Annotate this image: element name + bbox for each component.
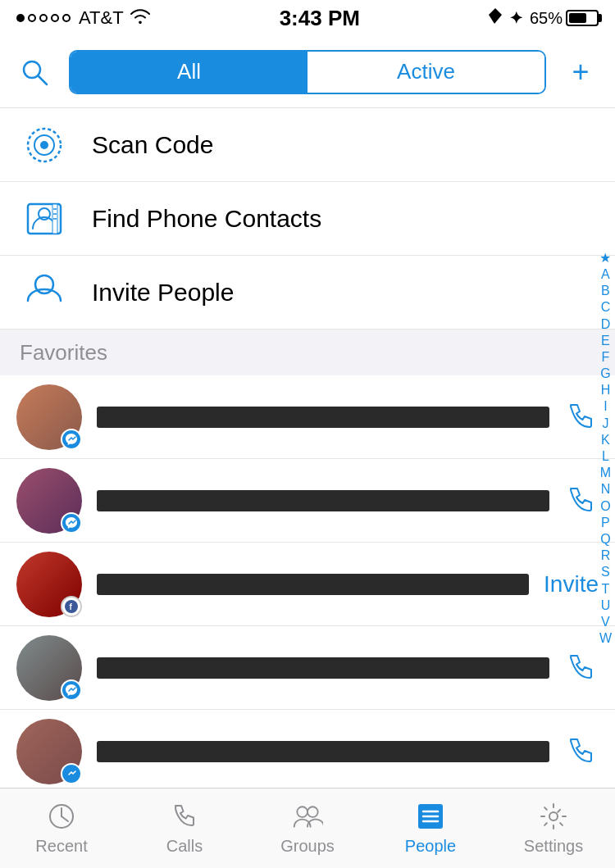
alpha-letter[interactable]: S [601, 564, 610, 579]
find-contacts-label: Find Phone Contacts [92, 205, 321, 233]
location-icon [488, 7, 503, 30]
dot-5 [62, 14, 71, 22]
alphabet-index[interactable]: ★ABCDEFGHIJKLMNOPQRSTUVW [599, 108, 612, 788]
search-button[interactable] [16, 54, 52, 90]
battery-icon [566, 10, 599, 26]
tab-item-calls[interactable]: Calls [123, 801, 246, 856]
groups-icon [292, 801, 323, 832]
calls-icon [169, 801, 200, 832]
alpha-letter[interactable]: M [600, 465, 611, 480]
messenger-badge [61, 429, 82, 450]
contact-row[interactable] [0, 710, 615, 788]
add-button[interactable]: + [563, 54, 599, 90]
phone-icon [564, 734, 599, 769]
battery: 65% [530, 9, 599, 28]
alpha-letter[interactable]: J [602, 416, 608, 431]
find-contacts-item[interactable]: Find Phone Contacts [0, 182, 615, 256]
alpha-letter[interactable]: W [599, 630, 612, 646]
calls-label: Calls [166, 837, 203, 856]
alpha-letter[interactable]: R [601, 548, 611, 563]
recent-label: Recent [35, 837, 87, 856]
avatar-container [16, 635, 82, 701]
invite-people-item[interactable]: Invite People [0, 256, 615, 329]
alpha-letter[interactable]: K [601, 432, 610, 448]
content-area: Scan Code Find Phone Contacts Invite Peo… [0, 108, 615, 788]
contact-row[interactable] [0, 626, 615, 710]
alpha-letter[interactable]: D [601, 316, 611, 332]
invite-people-icon [20, 268, 69, 317]
contact-row[interactable] [0, 459, 615, 543]
alpha-letter[interactable]: N [601, 481, 611, 497]
signal-dots [16, 14, 71, 22]
alpha-letter[interactable]: P [601, 515, 610, 530]
alpha-letter[interactable]: Q [600, 531, 610, 547]
battery-fill [569, 13, 586, 23]
alpha-letter[interactable]: A [601, 266, 610, 282]
phone-icon [564, 400, 599, 434]
svg-point-11 [35, 275, 53, 293]
alpha-letter[interactable]: G [600, 366, 610, 381]
alpha-letter[interactable]: U [601, 598, 611, 613]
svg-line-1 [39, 76, 47, 84]
alpha-letter[interactable]: T [602, 581, 610, 597]
svg-point-4 [40, 141, 48, 149]
segmented-control: All Active [69, 50, 546, 94]
favorites-section-header: Favorites [0, 329, 615, 375]
bluetooth-icon: ✦ [509, 8, 523, 28]
messenger-badge [61, 679, 82, 701]
tab-item-settings[interactable]: Settings [492, 801, 615, 856]
dot-3 [39, 14, 48, 22]
all-tab[interactable]: All [71, 52, 308, 93]
alpha-letter[interactable]: H [601, 382, 611, 398]
alpha-letter[interactable]: L [602, 448, 609, 464]
messenger-badge [61, 763, 82, 784]
header: All Active + [0, 36, 615, 108]
alpha-letter[interactable]: ★ [599, 250, 611, 266]
status-bar: AT&T 3:43 PM ✦ 65% [0, 0, 615, 36]
dot-1 [16, 14, 25, 22]
messenger-badge [61, 512, 82, 534]
svg-point-18 [308, 807, 318, 817]
favorites-label: Favorites [20, 340, 107, 366]
tab-item-groups[interactable]: Groups [246, 801, 369, 856]
tab-item-people[interactable]: People [369, 801, 492, 856]
scan-code-item[interactable]: Scan Code [0, 108, 615, 182]
alpha-letter[interactable]: B [601, 283, 610, 298]
alpha-letter[interactable]: I [604, 398, 607, 414]
tab-bar: Recent Calls Groups [0, 788, 615, 868]
alpha-letter[interactable]: O [600, 498, 610, 514]
wifi-icon [129, 7, 152, 30]
svg-point-17 [297, 807, 308, 817]
alpha-letter[interactable]: C [601, 299, 611, 315]
active-tab[interactable]: Active [308, 52, 544, 93]
scan-code-label: Scan Code [92, 131, 213, 159]
recent-icon [46, 801, 77, 832]
phone-action[interactable] [564, 651, 599, 685]
contact-row[interactable] [0, 375, 615, 459]
avatar-container [16, 719, 82, 784]
invite-people-label: Invite People [92, 279, 234, 307]
groups-label: Groups [280, 837, 335, 856]
facebook-badge: f [61, 596, 82, 617]
find-contacts-icon [20, 194, 69, 243]
phone-action[interactable] [564, 734, 599, 769]
phone-action[interactable] [564, 400, 599, 434]
carrier-label: AT&T [79, 7, 124, 29]
invite-label[interactable]: Invite [544, 571, 599, 598]
contact-name [97, 407, 549, 428]
phone-action[interactable] [564, 484, 599, 518]
svg-point-0 [24, 61, 40, 78]
contact-name [97, 574, 529, 595]
alpha-letter[interactable]: V [601, 614, 610, 629]
contact-row[interactable]: f Invite [0, 543, 615, 626]
dot-4 [51, 14, 59, 22]
phone-icon [564, 651, 599, 685]
alpha-letter[interactable]: E [601, 333, 610, 348]
invite-action[interactable]: Invite [544, 571, 599, 598]
status-left: AT&T [16, 7, 152, 30]
svg-point-23 [549, 812, 558, 820]
contact-name [97, 490, 549, 511]
dot-2 [28, 14, 36, 22]
alpha-letter[interactable]: F [602, 349, 610, 365]
tab-item-recent[interactable]: Recent [0, 801, 123, 856]
